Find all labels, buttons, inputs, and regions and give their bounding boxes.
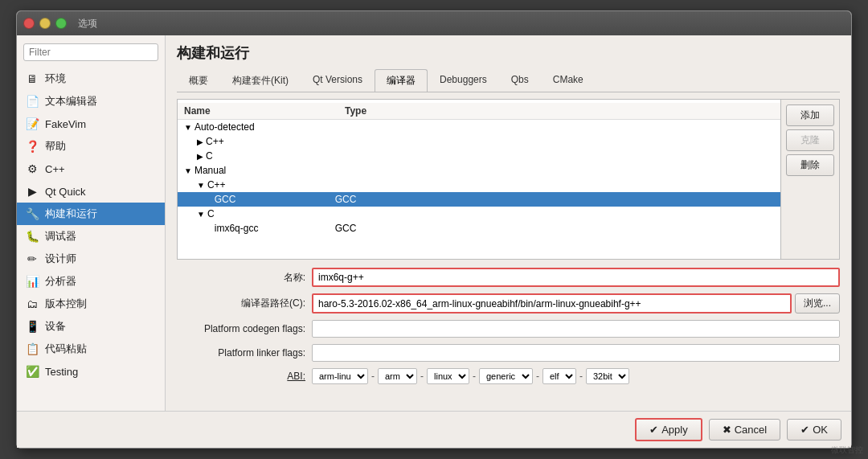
sidebar-icon-help: ❓: [25, 139, 39, 154]
sidebar-label-version-control: 版本控制: [45, 297, 87, 311]
expand-arrow[interactable]: ▼: [184, 166, 192, 175]
expand-arrow[interactable]: ▼: [184, 123, 192, 132]
codegen-input[interactable]: [312, 320, 840, 338]
tab-overview[interactable]: 概要: [177, 69, 220, 92]
page-title: 构建和运行: [177, 43, 840, 63]
cancel-button[interactable]: ✖ Cancel: [709, 419, 780, 441]
sidebar-label-code-snippet: 代码粘贴: [45, 342, 87, 356]
tree-row[interactable]: ▼ C: [178, 207, 780, 221]
action-buttons: 添加 克隆 删除: [781, 99, 840, 260]
row-name: Auto-detected: [194, 121, 315, 133]
sidebar-item-testing[interactable]: ✅Testing: [17, 360, 165, 383]
sidebar-icon-designer: ✏: [25, 252, 39, 266]
ok-icon: ✔: [800, 424, 809, 436]
name-label: 名称:: [177, 271, 305, 285]
window-title: 选项: [78, 17, 97, 31]
expand-arrow[interactable]: ▼: [197, 210, 205, 219]
sidebar-label-devices: 设备: [45, 319, 66, 334]
cancel-label: Cancel: [735, 424, 767, 436]
tree-row[interactable]: ▶ C++: [178, 134, 780, 149]
bottom-bar: 微联智控 ✔ Apply ✖ Cancel ✔ OK: [17, 411, 851, 448]
tree-row[interactable]: ▶ C: [178, 149, 780, 163]
sidebar-item-devices[interactable]: 📱设备: [17, 315, 165, 338]
ok-button[interactable]: ✔ OK: [787, 419, 841, 441]
sidebar-item-analyzer[interactable]: 📊分析器: [17, 270, 165, 293]
sidebar-icon-qt-quick: ▶: [25, 184, 39, 199]
sidebar-item-fakevim[interactable]: 📝FakeVim: [17, 113, 165, 135]
content-area: 🖥环境📄文本编辑器📝FakeVim❓帮助⚙C++▶Qt Quick🔧构建和运行🐛…: [17, 35, 851, 411]
maximize-button[interactable]: [55, 18, 67, 29]
tab-compilers[interactable]: 编译器: [375, 69, 428, 92]
expand-arrow[interactable]: [210, 195, 212, 204]
sidebar-icon-cpp: ⚙: [25, 162, 39, 176]
filter-input[interactable]: [23, 43, 158, 61]
tab-debuggers[interactable]: Debuggers: [428, 69, 499, 92]
compiler-form: 名称: 编译器路径(C): 浏览... Platform codegen fla…: [177, 268, 840, 384]
row-name: C: [206, 150, 326, 162]
tab-kits[interactable]: 构建套件(Kit): [220, 69, 301, 92]
sidebar-item-designer[interactable]: ✏设计师: [17, 248, 165, 270]
delete-button[interactable]: 删除: [786, 154, 834, 176]
sidebar-icon-debugger: 🐛: [25, 229, 39, 244]
tree-row[interactable]: GCC GCC: [178, 192, 780, 207]
sidebar-icon-version-control: 🗂: [25, 297, 39, 311]
expand-arrow[interactable]: ▶: [197, 137, 203, 146]
sidebar-label-analyzer: 分析器: [45, 274, 76, 289]
row-name: C: [207, 208, 328, 219]
close-button[interactable]: [23, 18, 35, 29]
tree-row[interactable]: ▼ Auto-detected: [178, 120, 780, 134]
abi-select-4[interactable]: elf: [542, 368, 576, 384]
tree-panel: Name Type ▼ Auto-detected ▶ C++ ▶ C ▼ Ma…: [178, 100, 780, 259]
row-name: GCC: [215, 194, 335, 205]
sidebar-label-designer: 设计师: [45, 252, 76, 266]
browse-button[interactable]: 浏览...: [795, 293, 840, 314]
compiler-path-input[interactable]: [312, 293, 792, 314]
tree-row[interactable]: ▼ Manual: [178, 163, 780, 178]
sidebar-item-version-control[interactable]: 🗂版本控制: [17, 293, 165, 315]
expand-arrow[interactable]: ▶: [197, 152, 203, 161]
tab-cmake[interactable]: CMake: [541, 69, 596, 92]
sidebar-item-text-editor[interactable]: 📄文本编辑器: [17, 90, 165, 113]
sidebar-item-debugger[interactable]: 🐛调试器: [17, 225, 165, 248]
row-name: imx6q-gcc: [215, 223, 335, 234]
sidebar-icon-environment: 🖥: [25, 72, 39, 86]
tab-qbs[interactable]: Qbs: [499, 69, 541, 92]
sidebar-item-help[interactable]: ❓帮助: [17, 135, 165, 158]
sidebar-icon-fakevim: 📝: [25, 117, 39, 131]
abi-select-1[interactable]: arm: [378, 368, 417, 384]
abi-dash: -: [579, 371, 583, 382]
expand-arrow[interactable]: [210, 224, 212, 233]
abi-select-0[interactable]: arm-linu: [312, 368, 368, 384]
clone-button[interactable]: 克隆: [786, 129, 834, 151]
name-input[interactable]: [312, 268, 840, 287]
sidebar-item-qt-quick[interactable]: ▶Qt Quick: [17, 180, 165, 203]
tab-qt-versions[interactable]: Qt Versions: [301, 69, 375, 92]
titlebar: 选项: [17, 11, 851, 35]
sidebar-icon-build-run: 🔧: [25, 207, 39, 221]
codegen-row: Platform codegen flags:: [177, 320, 840, 338]
row-name: C++: [206, 136, 326, 147]
sidebar-icon-testing: ✅: [25, 364, 39, 379]
tree-row[interactable]: ▼ C++: [178, 178, 780, 192]
abi-select-2[interactable]: linux: [427, 368, 469, 384]
sidebar-item-code-snippet[interactable]: 📋代码粘贴: [17, 338, 165, 360]
linker-input[interactable]: [312, 344, 840, 362]
compiler-path-row: 编译器路径(C): 浏览...: [177, 293, 840, 314]
apply-label: Apply: [661, 424, 688, 436]
expand-arrow[interactable]: ▼: [197, 181, 205, 190]
apply-button[interactable]: ✔ Apply: [635, 418, 702, 441]
compiler-path-group: 浏览...: [312, 293, 840, 314]
sidebar-icon-text-editor: 📄: [25, 94, 39, 109]
tree-row[interactable]: imx6q-gcc GCC: [178, 221, 780, 236]
add-button[interactable]: 添加: [786, 105, 834, 126]
sidebar-item-cpp[interactable]: ⚙C++: [17, 158, 165, 180]
minimize-button[interactable]: [39, 18, 51, 29]
sidebar-icon-devices: 📱: [25, 319, 39, 334]
sidebar-label-cpp: C++: [45, 163, 65, 175]
abi-select-5[interactable]: 32bit: [586, 368, 629, 384]
sidebar-label-testing: Testing: [45, 366, 78, 378]
sidebar-item-environment[interactable]: 🖥环境: [17, 68, 165, 90]
abi-select-3[interactable]: generic: [479, 368, 533, 384]
sidebar-label-environment: 环境: [45, 72, 66, 86]
sidebar-item-build-run[interactable]: 🔧构建和运行: [17, 203, 165, 225]
